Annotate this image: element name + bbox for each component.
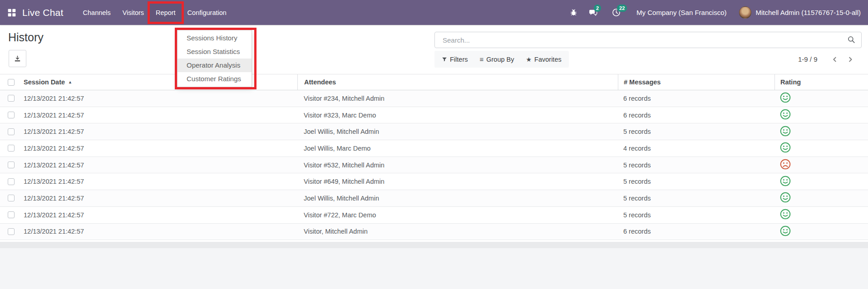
rating-face-icon bbox=[779, 108, 791, 120]
column-header-attendees[interactable]: Attendees bbox=[297, 74, 618, 90]
nav-item-report[interactable]: Report bbox=[150, 4, 182, 22]
cell-rating bbox=[774, 108, 868, 122]
table-row[interactable]: 12/13/2021 21:42:57 Visitor #234, Mitche… bbox=[0, 90, 868, 107]
row-checkbox[interactable] bbox=[8, 128, 15, 135]
table-row[interactable]: 12/13/2021 21:42:57 Joel Willis, Mitchel… bbox=[0, 190, 868, 207]
row-checkbox[interactable] bbox=[8, 195, 15, 201]
group-by-icon: ≡ bbox=[479, 55, 483, 63]
column-header-session-date[interactable]: Session Date ▲ bbox=[18, 74, 297, 90]
row-checkbox[interactable] bbox=[8, 112, 15, 118]
activities-clock-icon[interactable]: 22 bbox=[612, 8, 621, 17]
cell-session-date: 12/13/2021 21:42:57 bbox=[18, 162, 297, 169]
debug-bug-icon[interactable] bbox=[570, 9, 577, 16]
cell-messages: 6 records bbox=[618, 228, 774, 235]
cell-session-date: 12/13/2021 21:42:57 bbox=[18, 95, 297, 102]
dropdown-item-operator-analysis[interactable]: Operator Analysis bbox=[178, 59, 252, 72]
cell-session-date: 12/13/2021 21:42:57 bbox=[18, 145, 297, 152]
table-body: 12/13/2021 21:42:57 Visitor #234, Mitche… bbox=[0, 90, 868, 240]
apps-grid-icon[interactable] bbox=[7, 8, 16, 17]
activities-badge: 22 bbox=[617, 5, 627, 12]
export-button[interactable] bbox=[9, 50, 26, 67]
user-avatar bbox=[739, 6, 751, 19]
download-icon bbox=[14, 55, 21, 63]
table-row[interactable]: 12/13/2021 21:42:57 Visitor #649, Mitche… bbox=[0, 173, 868, 190]
chevron-left-icon bbox=[832, 56, 838, 63]
cell-rating bbox=[774, 191, 868, 205]
messages-header-label: # Messages bbox=[624, 78, 661, 86]
dropdown-item-sessions-history[interactable]: Sessions History bbox=[178, 31, 252, 45]
rating-face-icon bbox=[779, 225, 791, 237]
table-row[interactable]: 12/13/2021 21:42:57 Joel Willis, Marc De… bbox=[0, 140, 868, 157]
cell-attendees: Visitor, Mitchell Admin bbox=[297, 228, 618, 235]
cell-attendees: Joel Willis, Mitchell Admin bbox=[297, 128, 618, 135]
dropdown-item-session-statistics[interactable]: Session Statistics bbox=[178, 45, 252, 59]
main-menu: Channels Visitors Report Configuration bbox=[77, 0, 232, 25]
pager: 1-9 / 9 bbox=[798, 51, 860, 68]
column-header-messages[interactable]: # Messages bbox=[618, 74, 774, 90]
nav-item-visitors[interactable]: Visitors bbox=[117, 4, 150, 22]
search-options-bar: Filters ≡ Group By ★ Favorites bbox=[434, 51, 569, 68]
attendees-header-label: Attendees bbox=[304, 78, 336, 86]
table-row[interactable]: 12/13/2021 21:42:57 Joel Willis, Mitchel… bbox=[0, 123, 868, 140]
cell-messages: 6 records bbox=[618, 95, 774, 102]
rating-face-icon bbox=[779, 191, 791, 203]
cell-rating bbox=[774, 125, 868, 138]
search-input[interactable] bbox=[434, 32, 862, 48]
row-checkbox[interactable] bbox=[8, 95, 15, 102]
sort-asc-icon: ▲ bbox=[68, 80, 72, 84]
filters-button[interactable]: Filters bbox=[442, 56, 468, 63]
table-row[interactable]: 12/13/2021 21:42:57 Visitor #532, Mitche… bbox=[0, 157, 868, 174]
favorites-button[interactable]: ★ Favorites bbox=[526, 56, 562, 63]
row-checkbox[interactable] bbox=[8, 162, 15, 168]
pager-next-button[interactable] bbox=[845, 54, 856, 65]
rating-header-label: Rating bbox=[780, 78, 801, 86]
rating-face-icon bbox=[779, 175, 791, 187]
cell-rating bbox=[774, 142, 868, 155]
group-by-label: Group By bbox=[486, 56, 514, 63]
cell-messages: 5 records bbox=[618, 128, 774, 135]
nav-item-channels[interactable]: Channels bbox=[77, 4, 117, 22]
cell-messages: 5 records bbox=[618, 211, 774, 219]
cell-rating bbox=[774, 158, 868, 171]
cell-messages: 6 records bbox=[618, 112, 774, 119]
cell-attendees: Visitor #323, Marc Demo bbox=[297, 112, 618, 119]
table-footer-strip bbox=[0, 242, 868, 248]
navbar-right: 2 22 My Company (San Francisco) Mitchell… bbox=[570, 6, 868, 19]
pager-range: 1-9 / 9 bbox=[798, 55, 818, 63]
cell-messages: 4 records bbox=[618, 145, 774, 152]
cell-rating bbox=[774, 208, 868, 221]
cell-rating bbox=[774, 225, 868, 238]
messages-icon[interactable]: 2 bbox=[588, 8, 598, 17]
row-checkbox[interactable] bbox=[8, 178, 15, 185]
select-all-checkbox[interactable] bbox=[8, 79, 15, 86]
cell-attendees: Visitor #649, Mitchell Admin bbox=[297, 178, 618, 185]
row-checkbox[interactable] bbox=[8, 145, 15, 152]
favorites-label: Favorites bbox=[534, 56, 562, 63]
app-name[interactable]: Live Chat bbox=[22, 7, 64, 18]
cell-messages: 5 records bbox=[618, 162, 774, 169]
page-title: History bbox=[8, 31, 44, 44]
company-switcher[interactable]: My Company (San Francisco) bbox=[636, 9, 726, 16]
cell-session-date: 12/13/2021 21:42:57 bbox=[18, 228, 297, 235]
search-icon[interactable] bbox=[847, 35, 856, 46]
cell-rating bbox=[774, 92, 868, 105]
table-row[interactable]: 12/13/2021 21:42:57 Visitor #722, Marc D… bbox=[0, 207, 868, 224]
table-row[interactable]: 12/13/2021 21:42:57 Visitor, Mitchell Ad… bbox=[0, 224, 868, 240]
session-date-header-label: Session Date bbox=[24, 78, 65, 86]
rating-face-icon bbox=[779, 92, 791, 103]
cell-session-date: 12/13/2021 21:42:57 bbox=[18, 112, 297, 119]
cell-rating bbox=[774, 175, 868, 188]
row-checkbox[interactable] bbox=[8, 228, 15, 235]
dropdown-item-customer-ratings[interactable]: Customer Ratings bbox=[178, 72, 252, 86]
pager-previous-button[interactable] bbox=[829, 54, 840, 65]
user-menu[interactable]: Mitchell Admin (11576767-15-0-all) bbox=[739, 6, 861, 19]
nav-item-configuration[interactable]: Configuration bbox=[182, 4, 232, 22]
cell-attendees: Visitor #532, Mitchell Admin bbox=[297, 162, 618, 169]
column-header-rating[interactable]: Rating bbox=[774, 74, 868, 90]
row-checkbox[interactable] bbox=[8, 211, 15, 218]
table-row[interactable]: 12/13/2021 21:42:57 Visitor #323, Marc D… bbox=[0, 107, 868, 124]
group-by-button[interactable]: ≡ Group By bbox=[479, 55, 514, 63]
select-all-cell bbox=[0, 74, 18, 90]
search-bar bbox=[434, 32, 862, 48]
funnel-icon bbox=[442, 57, 447, 62]
